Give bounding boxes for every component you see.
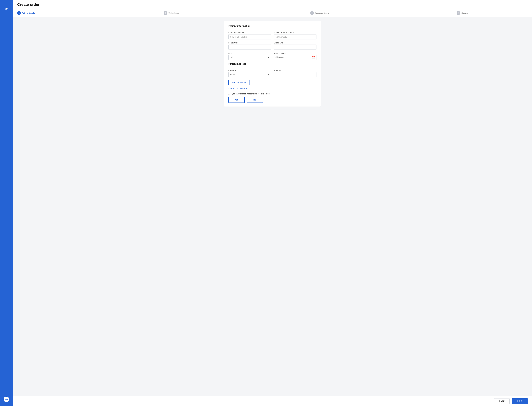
dob-input[interactable] <box>274 55 316 60</box>
patient-info-section-title: Patient information <box>228 25 316 29</box>
exit-label: EXIT <box>5 8 8 10</box>
content-area: Patient information PATIENT ID NUMBER OR… <box>13 17 532 396</box>
country-select-wrapper: Select United Kingdom Ireland Other ▼ <box>228 72 271 77</box>
find-address-button[interactable]: FIND ADDRESS <box>228 80 249 85</box>
order-party-input[interactable] <box>274 34 316 39</box>
back-button[interactable]: BACK <box>494 398 510 404</box>
sidebar: ← EXIT LR <box>0 0 13 406</box>
step-2-label: Test selection <box>168 12 180 14</box>
yes-button[interactable]: YES <box>228 97 245 103</box>
step-3: 3 Specimen details <box>310 11 381 15</box>
sex-group: SEX Select Male Female Other Unknown ▼ <box>228 52 271 60</box>
step-1: 1 Patient details <box>17 11 88 15</box>
row-patient-id: PATIENT ID NUMBER ORDER PARTY PATIENT ID <box>228 32 316 39</box>
no-button[interactable]: NO <box>247 97 263 103</box>
step-2-circle: 2 <box>164 11 167 15</box>
dob-group: DATE OF BIRTH 📅 <box>274 52 316 60</box>
forenames-label: FORENAMES <box>228 42 271 44</box>
exit-arrow-icon: ← <box>5 4 8 7</box>
postcode-label: POSTCODE <box>274 70 316 71</box>
last-name-label: LAST NAME <box>274 42 316 44</box>
footer: BACK NEXT <box>13 396 532 406</box>
yes-no-row: YES NO <box>228 97 316 103</box>
title-underline <box>17 9 22 9</box>
avatar: LR <box>4 397 9 402</box>
order-party-label: ORDER PARTY PATIENT ID <box>274 32 316 34</box>
main-content: Create order 1 Patient details 2 Test se… <box>13 0 532 406</box>
form-card: Patient information PATIENT ID NUMBER OR… <box>224 21 321 107</box>
next-button[interactable]: NEXT <box>512 398 528 404</box>
step-1-label: Patient details <box>22 12 35 14</box>
postcode-group: POSTCODE <box>274 70 316 77</box>
step-1-circle: 1 <box>17 11 21 15</box>
stepper: 1 Patient details 2 Test selection 3 Spe… <box>17 11 528 17</box>
order-party-group: ORDER PARTY PATIENT ID <box>274 32 316 39</box>
enter-address-manually-link[interactable]: Enter address manually <box>228 87 247 89</box>
clinician-question: Are you the clinician responsible for th… <box>228 93 316 95</box>
step-3-circle: 3 <box>310 11 314 15</box>
forenames-group: FORENAMES <box>228 42 271 50</box>
forenames-input[interactable] <box>228 44 271 50</box>
country-group: COUNTRY Select United Kingdom Ireland Ot… <box>228 70 271 77</box>
postcode-input[interactable] <box>274 72 316 77</box>
header: Create order 1 Patient details 2 Test se… <box>13 0 532 17</box>
row-name: FORENAMES LAST NAME <box>228 42 316 50</box>
patient-id-label: PATIENT ID NUMBER <box>228 32 271 34</box>
row-address: COUNTRY Select United Kingdom Ireland Ot… <box>228 70 316 77</box>
last-name-group: LAST NAME <box>274 42 316 50</box>
exit-button[interactable]: ← EXIT <box>5 4 8 10</box>
last-name-input[interactable] <box>274 44 316 50</box>
step-2: 2 Test selection <box>164 11 235 15</box>
page-title: Create order <box>17 2 528 7</box>
step-4: 4 Summary <box>457 11 528 15</box>
patient-id-group: PATIENT ID NUMBER <box>228 32 271 39</box>
row-sex-dob: SEX Select Male Female Other Unknown ▼ D… <box>228 52 316 60</box>
sex-label: SEX <box>228 52 271 54</box>
dob-input-wrapper: 📅 <box>274 55 316 60</box>
dob-label: DATE OF BIRTH <box>274 52 316 54</box>
patient-id-input[interactable] <box>228 34 271 39</box>
country-select[interactable]: Select United Kingdom Ireland Other <box>228 72 271 77</box>
step-4-label: Summary <box>461 12 469 14</box>
patient-address-section-title: Patient address <box>228 63 316 67</box>
sex-select[interactable]: Select Male Female Other Unknown <box>228 55 271 60</box>
sex-select-wrapper: Select Male Female Other Unknown ▼ <box>228 55 271 60</box>
country-label: COUNTRY <box>228 70 271 71</box>
step-4-circle: 4 <box>457 11 460 15</box>
step-3-label: Specimen details <box>315 12 329 14</box>
